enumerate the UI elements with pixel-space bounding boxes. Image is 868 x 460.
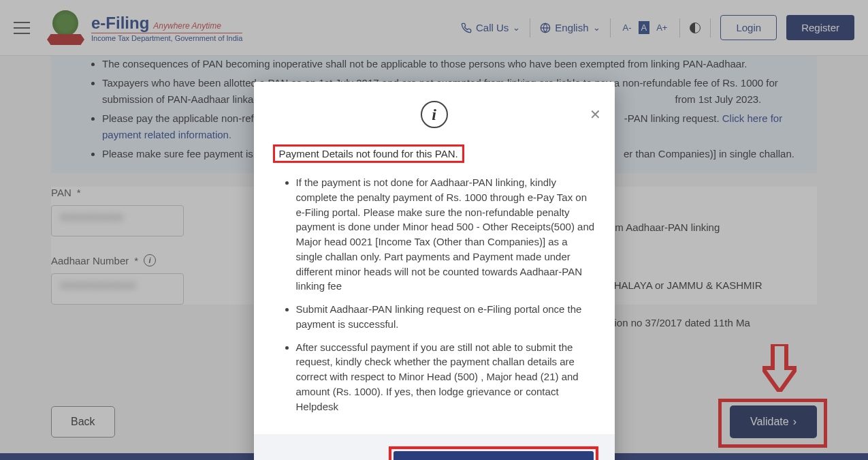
modal-bullet: After successful payment if you are stil… xyxy=(296,340,596,414)
modal-title: Payment Details not found for this PAN. xyxy=(273,144,464,163)
payment-not-found-modal: ✕ i Payment Details not found for this P… xyxy=(254,82,615,460)
close-icon[interactable]: ✕ xyxy=(590,106,601,123)
continue-epay-button[interactable]: Continue To Pay Through E-Pay Tax xyxy=(393,451,594,460)
modal-bullet: If the payment is not done for Aadhaar-P… xyxy=(296,175,596,294)
annotation-box: Continue To Pay Through E-Pay Tax xyxy=(389,446,598,460)
modal-bullet: Submit Aadhaar-PAN linking request on e-… xyxy=(296,302,596,332)
info-circle-icon: i xyxy=(421,101,448,128)
modal-overlay: ✕ i Payment Details not found for this P… xyxy=(0,0,868,460)
